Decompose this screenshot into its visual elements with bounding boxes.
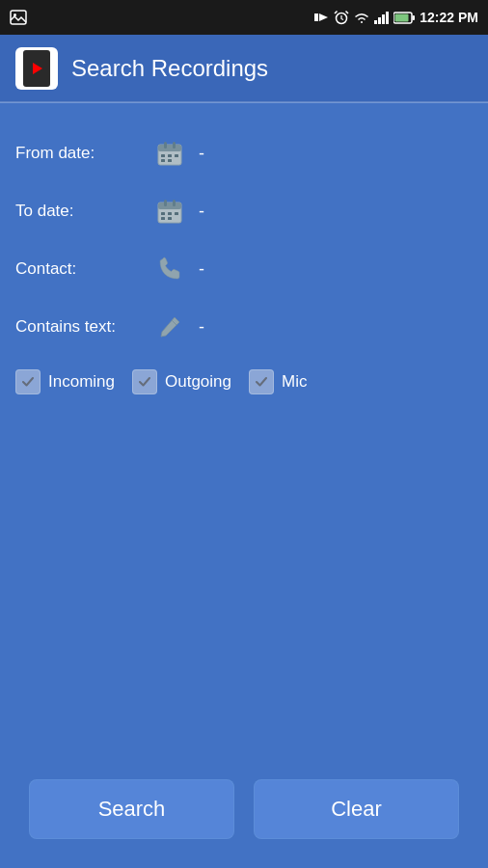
svg-rect-18 xyxy=(168,159,172,162)
mic-label: Mic xyxy=(282,372,307,392)
page-title: Search Recordings xyxy=(71,55,268,82)
time-display: 12:22 PM xyxy=(420,10,478,25)
app-logo xyxy=(15,47,58,90)
svg-rect-27 xyxy=(168,217,172,220)
svg-rect-4 xyxy=(378,17,381,24)
search-button[interactable]: Search xyxy=(29,779,234,839)
svg-rect-13 xyxy=(173,142,176,149)
contains-text-label: Contains text: xyxy=(15,317,141,337)
svg-rect-23 xyxy=(161,212,165,215)
from-date-row: From date: - xyxy=(15,138,473,169)
incoming-checkbox-item[interactable]: Incoming xyxy=(15,369,115,394)
svg-rect-15 xyxy=(168,154,172,157)
svg-rect-26 xyxy=(161,217,165,220)
contact-phone-icon[interactable] xyxy=(154,254,185,285)
svg-rect-20 xyxy=(158,203,181,209)
from-date-label: From date: xyxy=(15,144,141,163)
signal-icon xyxy=(374,11,390,24)
svg-rect-22 xyxy=(173,200,176,206)
clear-button[interactable]: Clear xyxy=(254,779,459,839)
header-divider xyxy=(0,102,488,103)
contains-text-value: - xyxy=(199,317,204,338)
contains-text-pencil-icon[interactable] xyxy=(154,312,185,342)
svg-rect-3 xyxy=(374,20,377,24)
contact-value: - xyxy=(199,259,204,280)
image-icon xyxy=(10,10,27,25)
from-date-calendar-icon[interactable] xyxy=(154,138,185,169)
svg-rect-12 xyxy=(164,142,167,149)
svg-rect-21 xyxy=(164,200,167,206)
app-header: Search Recordings xyxy=(0,35,488,102)
outgoing-label: Outgoing xyxy=(165,372,231,392)
incoming-label: Incoming xyxy=(48,372,115,392)
mic-checkbox-item[interactable]: Mic xyxy=(249,369,307,394)
svg-rect-9 xyxy=(395,14,409,21)
svg-rect-6 xyxy=(386,12,389,24)
outgoing-checkbox-item[interactable]: Outgoing xyxy=(132,369,231,394)
alarm-icon xyxy=(334,10,349,25)
to-date-value: - xyxy=(199,202,204,222)
svg-rect-25 xyxy=(175,212,178,215)
status-bar: 12:22 PM xyxy=(0,0,488,35)
contains-text-row: Contains text: - xyxy=(15,312,473,342)
svg-rect-8 xyxy=(413,15,416,20)
checkbox-row: Incoming Outgoing Mic xyxy=(15,369,473,394)
contact-row: Contact: - xyxy=(15,254,473,285)
svg-rect-5 xyxy=(382,14,385,24)
to-date-calendar-icon[interactable] xyxy=(154,196,185,227)
play-icon xyxy=(33,63,42,74)
status-icons xyxy=(312,10,415,25)
to-date-label: To date: xyxy=(15,202,141,221)
mic-checkbox[interactable] xyxy=(249,369,274,394)
svg-rect-17 xyxy=(161,159,165,162)
bottom-buttons: Search Clear xyxy=(0,779,488,839)
battery-icon xyxy=(393,12,415,24)
outgoing-checkbox[interactable] xyxy=(132,369,157,394)
from-date-value: - xyxy=(199,144,204,164)
contact-label: Contact: xyxy=(15,259,141,279)
svg-rect-11 xyxy=(158,145,181,151)
svg-rect-16 xyxy=(175,154,178,157)
incoming-checkbox[interactable] xyxy=(15,369,41,394)
wifi-icon xyxy=(353,11,370,24)
to-date-row: To date: - xyxy=(15,196,473,227)
svg-rect-14 xyxy=(161,154,165,157)
main-content: From date: - To date: xyxy=(0,119,488,414)
svg-rect-24 xyxy=(168,212,172,215)
media-icon xyxy=(312,10,330,25)
